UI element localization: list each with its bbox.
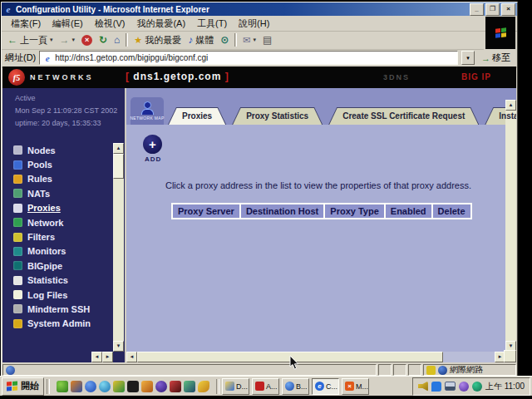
taskbar-window-5[interactable]: × M...	[342, 378, 369, 395]
menu-tools[interactable]: 工具(T)	[191, 17, 233, 31]
bigpipe-icon	[13, 261, 22, 270]
tabs: Proxies Proxy Statistics Create SSL Cert…	[168, 107, 516, 125]
statistics-icon	[13, 276, 22, 285]
folder-window-icon	[225, 382, 234, 391]
address-input[interactable]: e http://dns1.getop.com/bigipgui/bigconf…	[39, 51, 458, 65]
ie-logo-icon: e	[3, 4, 13, 14]
messenger-icon[interactable]	[431, 382, 441, 392]
menu-edit[interactable]: 編輯(E)	[47, 17, 89, 31]
stop-icon: ×	[81, 35, 92, 46]
minimize-button[interactable]: _	[470, 3, 484, 16]
scroll-right-icon[interactable]: ►	[102, 352, 113, 362]
quicklaunch-icon-5[interactable]	[113, 381, 125, 392]
restore-button[interactable]: ❐	[485, 3, 500, 16]
content-frame: NETWORK MAP Proxies Proxy Statistics Cre…	[125, 88, 516, 362]
sidebar-item-nats[interactable]: NATs	[13, 186, 125, 200]
taskbar: 開始 D... A... B... e C... × M...	[0, 376, 532, 396]
display-icon[interactable]	[445, 382, 456, 391]
sidebar-item-system-admin[interactable]: System Admin	[13, 317, 125, 331]
quicklaunch-icon-3[interactable]	[85, 381, 96, 392]
favorites-button[interactable]: ★ 我的最愛	[131, 33, 185, 47]
sidebar-item-nodes[interactable]: Nodes	[13, 143, 125, 157]
scroll-down-icon[interactable]: ▼	[113, 341, 124, 352]
network-icon	[13, 218, 22, 227]
sidebar-item-pools[interactable]: Pools	[13, 157, 125, 171]
ie-throbber	[485, 17, 515, 49]
tab-proxies[interactable]: Proxies	[168, 107, 226, 125]
scroll-left-icon[interactable]: ◄	[126, 352, 137, 362]
tab-proxy-statistics[interactable]: Proxy Statistics	[232, 107, 323, 125]
sidebar-item-statistics[interactable]: Statistics	[13, 273, 125, 288]
taskbar-window-1[interactable]: D...	[222, 378, 249, 395]
nav-scrollbar[interactable]: ▲ ▼	[113, 143, 124, 352]
back-dropdown-icon[interactable]: ▾	[50, 37, 53, 43]
internet-zone-label: 網際網路	[450, 364, 483, 376]
sidebar-item-rules[interactable]: Rules	[13, 172, 125, 186]
mindterm-ssh-icon	[13, 304, 22, 313]
sidebar-item-mindterm-ssh[interactable]: Mindterm SSH	[13, 302, 125, 316]
menu-help[interactable]: 說明(H)	[233, 17, 275, 31]
media-button[interactable]: ♪ 媒體	[185, 33, 217, 47]
quick-launch-bar	[52, 381, 214, 392]
purple-ball-icon[interactable]	[459, 382, 469, 392]
toolbar-separator	[126, 33, 128, 47]
menu-favorites[interactable]: 我的最愛(A)	[131, 17, 191, 31]
quicklaunch-icon-9[interactable]	[170, 381, 181, 392]
add-proxy-button[interactable]: +	[143, 135, 162, 154]
toolbar-separator	[234, 33, 237, 47]
refresh-button[interactable]: ↻	[96, 33, 111, 47]
start-button[interactable]: 開始	[2, 377, 44, 396]
back-button[interactable]: ← 上一頁 ▾	[4, 33, 57, 47]
nav-hscrollbar[interactable]: ◄ ►	[91, 352, 113, 362]
history-button[interactable]: ⊙	[217, 33, 232, 47]
scroll-left-icon[interactable]: ◄	[91, 352, 102, 362]
green-app-icon[interactable]	[472, 382, 482, 392]
menu-file[interactable]: 檔案(F)	[5, 17, 47, 31]
mail-icon: ✉	[243, 34, 250, 46]
monitors-icon	[13, 247, 22, 256]
sidebar-item-log-files[interactable]: Log Files	[13, 288, 125, 302]
sidebar-item-bigpipe[interactable]: BIGpipe	[13, 259, 125, 273]
scroll-up-icon[interactable]: ▲	[113, 143, 124, 154]
taskbar-clock[interactable]: 上午 11:00	[485, 381, 525, 392]
mail-button[interactable]: ✉ ▾	[239, 33, 259, 47]
taskbar-window-4[interactable]: e C...	[312, 378, 339, 395]
scroll-up-icon[interactable]: ▲	[505, 100, 516, 111]
bigip-label: BIG IP	[461, 72, 491, 81]
network-map-button[interactable]: NETWORK MAP	[131, 97, 164, 125]
print-button[interactable]: ▤	[259, 33, 275, 47]
col-delete: Delete	[433, 204, 470, 218]
close-button[interactable]: ×	[501, 3, 515, 16]
stop-button[interactable]: ×	[78, 34, 96, 47]
sidebar-item-monitors[interactable]: Monitors	[13, 244, 125, 259]
address-dropdown-icon[interactable]: ▾	[461, 51, 475, 65]
sidebar-item-filters[interactable]: Filters	[13, 229, 125, 244]
quicklaunch-icon-10[interactable]	[184, 381, 195, 392]
forward-button[interactable]: → ▾	[57, 33, 79, 47]
quicklaunch-icon-4[interactable]	[99, 381, 111, 392]
go-button[interactable]: → 移至	[478, 52, 514, 64]
quicklaunch-icon-7[interactable]	[141, 381, 153, 392]
volume-icon[interactable]	[418, 382, 428, 392]
sidebar-item-proxies[interactable]: Proxies	[13, 201, 125, 215]
quicklaunch-icon-1[interactable]	[57, 381, 68, 392]
menu-view[interactable]: 檢視(V)	[89, 17, 131, 31]
mail-dropdown-icon[interactable]: ▾	[254, 37, 257, 43]
home-button[interactable]: ⌂	[111, 33, 123, 47]
content-hscrollbar[interactable]: ◄ ►	[126, 352, 505, 362]
print-icon: ▤	[263, 34, 272, 46]
tab-create-ssl-certificate-request[interactable]: Create SSL Certificate Request	[328, 107, 479, 125]
taskbar-window-3[interactable]: B...	[282, 378, 309, 395]
content-vscrollbar[interactable]: ▲ ▼	[505, 100, 516, 352]
status-uptime: uptime: 20 days, 15:35:33	[15, 117, 125, 130]
sidebar-item-network[interactable]: Network	[13, 215, 125, 229]
quicklaunch-icon-2[interactable]	[71, 381, 82, 392]
quicklaunch-icon-11[interactable]	[198, 381, 209, 392]
nav-sidebar: Active Mon Sep 2 11:09:28 CST 2002 uptim…	[2, 88, 125, 362]
system-admin-icon	[13, 319, 22, 328]
quicklaunch-icon-6[interactable]	[127, 381, 139, 392]
scrollbar-thumb[interactable]	[113, 154, 124, 179]
forward-dropdown-icon[interactable]: ▾	[72, 37, 76, 43]
taskbar-window-2[interactable]: A...	[252, 378, 279, 395]
quicklaunch-icon-8[interactable]	[155, 381, 167, 392]
